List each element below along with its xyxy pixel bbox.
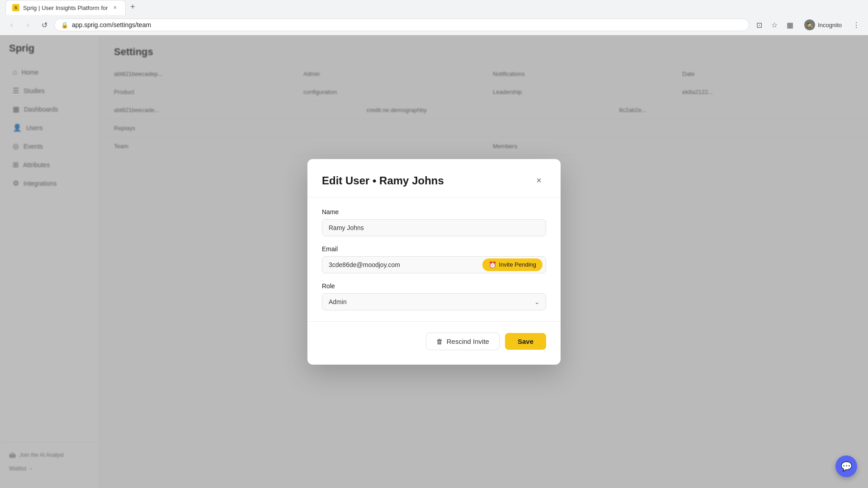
incognito-avatar: 🕵	[804, 19, 815, 30]
back-button[interactable]: ‹	[5, 19, 18, 31]
refresh-button[interactable]: ↺	[38, 19, 51, 31]
tab-close-button[interactable]: ×	[112, 4, 119, 11]
modal-footer: 🗑 Rescind Invite Save	[322, 333, 546, 350]
trash-icon: 🗑	[436, 338, 443, 345]
invite-pending-badge: ⏰ Invite Pending	[482, 258, 542, 271]
extension-button[interactable]: ▦	[783, 19, 796, 31]
tab-favicon: S	[12, 4, 19, 11]
role-label: Role	[322, 282, 546, 290]
address-text: app.sprig.com/settings/team	[72, 21, 742, 28]
email-field-wrapper: ⏰ Invite Pending	[322, 256, 546, 273]
name-label: Name	[322, 208, 546, 216]
email-form-group: Email ⏰ Invite Pending	[322, 245, 546, 273]
more-button[interactable]: ⋮	[850, 19, 863, 31]
modal-backdrop[interactable]: Edit User • Ramy Johns × Name Email ⏰ In…	[0, 35, 868, 488]
clock-icon: ⏰	[489, 261, 496, 268]
new-tab-button[interactable]: +	[127, 0, 139, 13]
rescind-invite-button[interactable]: 🗑 Rescind Invite	[426, 333, 500, 350]
modal-title: Edit User • Ramy Johns	[322, 174, 444, 187]
role-select-wrapper: Admin Member Viewer ⌄	[322, 293, 546, 310]
modal-close-button[interactable]: ×	[532, 174, 546, 188]
cast-button[interactable]: ⊡	[753, 19, 765, 31]
save-button[interactable]: Save	[505, 333, 546, 350]
address-bar[interactable]: 🔒 app.sprig.com/settings/team	[54, 19, 749, 31]
chat-icon: 💬	[841, 461, 852, 472]
app-layout: Sprig ⌂ Home ☰ Studies ▦ Dashboards 👤 Us…	[0, 35, 868, 488]
modal-divider	[307, 197, 561, 197]
invite-pending-label: Invite Pending	[499, 261, 536, 268]
role-form-group: Role Admin Member Viewer ⌄	[322, 282, 546, 310]
rescind-invite-label: Rescind Invite	[447, 338, 489, 345]
role-select[interactable]: Admin Member Viewer	[322, 293, 546, 310]
bookmark-button[interactable]: ☆	[768, 19, 781, 31]
edit-user-modal: Edit User • Ramy Johns × Name Email ⏰ In…	[307, 159, 561, 365]
lock-icon: 🔒	[61, 22, 68, 28]
forward-button[interactable]: ›	[22, 19, 34, 31]
modal-header: Edit User • Ramy Johns ×	[322, 174, 546, 188]
incognito-label: Incognito	[818, 22, 842, 28]
incognito-profile[interactable]: 🕵 Incognito	[799, 18, 847, 32]
browser-tab[interactable]: S Sprig | User Insights Platform for ×	[5, 0, 126, 15]
name-form-group: Name	[322, 208, 546, 236]
browser-toolbar: ‹ › ↺ 🔒 app.sprig.com/settings/team ⊡ ☆ …	[0, 15, 868, 35]
tab-label: Sprig | User Insights Platform for	[23, 5, 108, 11]
chat-widget-button[interactable]: 💬	[835, 455, 857, 477]
email-label: Email	[322, 245, 546, 253]
name-input[interactable]	[322, 219, 546, 236]
tab-bar: S Sprig | User Insights Platform for × +	[0, 0, 868, 15]
toolbar-right: ⊡ ☆ ▦ 🕵 Incognito ⋮	[753, 18, 863, 32]
browser-chrome: S Sprig | User Insights Platform for × +…	[0, 0, 868, 35]
modal-footer-divider	[307, 321, 561, 322]
